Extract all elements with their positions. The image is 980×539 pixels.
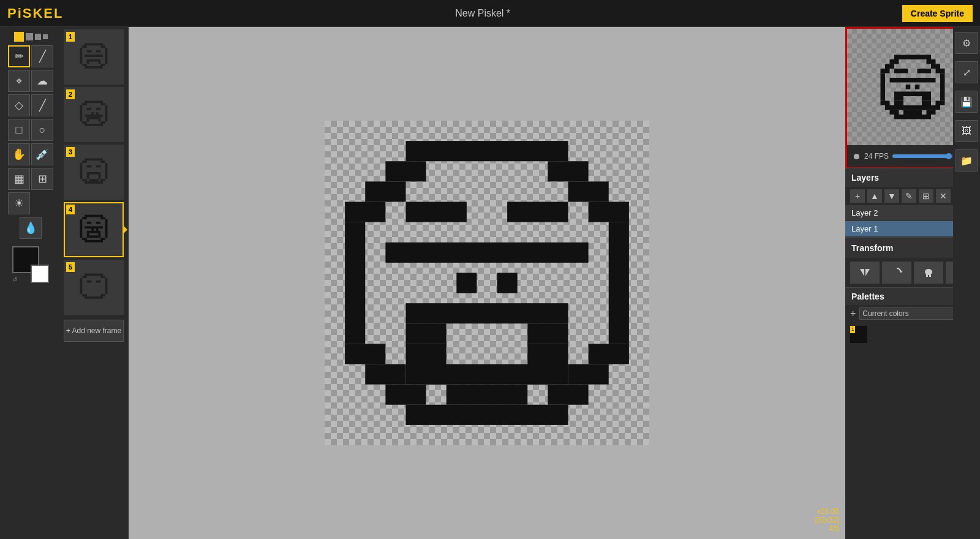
frame-item-2[interactable]: 2 — [64, 87, 124, 142]
svg-rect-77 — [589, 202, 629, 222]
ellipse-tool[interactable]: ○ — [31, 119, 53, 141]
svg-rect-117 — [890, 78, 936, 83]
svg-rect-87 — [406, 202, 467, 222]
line-tool[interactable]: ╱ — [31, 45, 53, 67]
move-layer-down-button[interactable]: ▼ — [884, 189, 899, 203]
eyedropper-tool[interactable]: 💧 — [20, 217, 42, 239]
svg-rect-43 — [89, 179, 99, 181]
svg-rect-24 — [85, 115, 103, 117]
svg-rect-72 — [385, 161, 426, 181]
canvas-wrapper — [325, 121, 649, 445]
svg-rect-90 — [456, 273, 477, 293]
flip-horizontal-button[interactable] — [850, 262, 880, 284]
pencil-tool[interactable]: ✏ — [8, 45, 30, 67]
svg-rect-100 — [890, 59, 899, 64]
lighten-tool[interactable]: ╱ — [31, 94, 53, 116]
svg-rect-14 — [85, 101, 103, 104]
svg-rect-31 — [82, 160, 87, 163]
export-button[interactable]: 🖼 — [956, 120, 978, 142]
canvas-area[interactable]: x16.05 [32x32] 4/5 — [129, 27, 845, 539]
folder-button[interactable]: 📁 — [956, 149, 978, 172]
frame-number-3: 3 — [66, 147, 75, 157]
svg-rect-108 — [881, 101, 890, 106]
fill-tool[interactable]: ▦ — [8, 168, 30, 190]
frame-item-4[interactable]: 4 — [64, 202, 124, 257]
delete-layer-button[interactable]: ✕ — [936, 189, 951, 203]
svg-rect-20 — [100, 121, 105, 124]
stroke-tool[interactable]: ☀ — [8, 192, 30, 214]
svg-rect-28 — [91, 112, 94, 115]
frame-item-3[interactable]: 3 — [64, 145, 124, 200]
svg-rect-122 — [922, 96, 931, 101]
svg-rect-104 — [881, 69, 890, 74]
svg-rect-26 — [87, 119, 89, 122]
zoom-level: x16.05 — [815, 507, 839, 516]
main-canvas[interactable] — [325, 121, 649, 445]
svg-rect-110 — [885, 105, 894, 110]
resize-button[interactable]: ⤢ — [956, 61, 978, 83]
rectangle-tool[interactable]: □ — [8, 119, 30, 141]
magic-wand-tool[interactable]: ☁ — [31, 70, 53, 92]
svg-rect-61 — [85, 274, 103, 276]
size-option-4[interactable] — [43, 34, 48, 39]
svg-rect-12 — [87, 62, 89, 64]
add-frame-button[interactable]: + Add new frame — [64, 320, 124, 342]
svg-rect-103 — [931, 64, 940, 69]
color-picker-tool[interactable]: 💉 — [31, 143, 53, 165]
move-tool[interactable]: ✋ — [8, 143, 30, 165]
frame-item-5[interactable]: 5 — [64, 260, 124, 315]
svg-rect-126 — [903, 110, 922, 115]
frame-item-1[interactable]: 1 — [64, 29, 124, 85]
size-option-3[interactable] — [35, 34, 41, 40]
svg-rect-13 — [99, 62, 101, 64]
svg-rect-2 — [100, 45, 105, 48]
flip-h-icon — [859, 266, 871, 279]
left-toolbar: ✏ ╱ ⌖ ☁ ◇ ╱ □ ○ ✋ 💉 ▦ ⊞ ☀ — [0, 27, 61, 539]
svg-rect-30 — [85, 159, 103, 161]
stamp-button[interactable] — [914, 262, 943, 284]
palette-selector[interactable]: Current colors — [859, 307, 956, 320]
svg-rect-41 — [87, 175, 89, 179]
svg-rect-111 — [931, 105, 940, 110]
document-title: New Piskel * — [455, 8, 510, 19]
size-option-1[interactable] — [14, 32, 24, 42]
lasso-tool[interactable]: ⌖ — [8, 70, 30, 92]
create-sprite-button[interactable]: Create Sprite — [902, 5, 973, 22]
save-button[interactable]: 💾 — [956, 91, 978, 113]
eraser-tool[interactable]: ◇ — [8, 94, 30, 116]
svg-rect-59 — [91, 228, 94, 231]
svg-rect-35 — [82, 179, 87, 181]
svg-rect-102 — [885, 64, 894, 69]
stamp-icon — [922, 266, 935, 279]
secondary-color-swatch[interactable] — [31, 265, 49, 283]
svg-rect-1 — [82, 45, 87, 48]
move-layer-up-button[interactable]: ▲ — [867, 189, 882, 203]
svg-rect-70 — [96, 281, 101, 283]
swap-colors-icon[interactable]: ↺ — [12, 276, 17, 283]
rename-layer-button[interactable]: ✎ — [902, 189, 916, 203]
settings-button[interactable]: ⚙ — [956, 32, 978, 54]
svg-rect-56 — [87, 233, 89, 238]
add-palette-button[interactable]: + — [850, 308, 856, 319]
transform-title: Transform — [851, 243, 893, 253]
svg-marker-128 — [865, 269, 870, 276]
frame-number-2: 2 — [66, 89, 75, 99]
palette-color-1[interactable]: 1 — [850, 326, 867, 343]
svg-rect-76 — [345, 202, 385, 222]
size-option-2[interactable] — [26, 33, 33, 40]
canvas-info: x16.05 [32x32] 4/5 — [815, 507, 839, 533]
dither-tool[interactable]: ⊞ — [31, 168, 53, 190]
svg-rect-48 — [105, 219, 108, 238]
color-number-1: 1 — [850, 326, 855, 333]
layers-title: Layers — [851, 173, 879, 183]
rotate-button[interactable] — [882, 262, 911, 284]
svg-rect-51 — [85, 240, 103, 243]
svg-rect-8 — [87, 50, 92, 53]
svg-rect-5 — [82, 64, 87, 66]
svg-rect-0 — [85, 43, 103, 46]
merge-layer-button[interactable]: ⊞ — [919, 189, 933, 203]
svg-rect-11 — [87, 59, 101, 62]
svg-rect-63 — [100, 276, 105, 278]
add-layer-button[interactable]: + — [850, 189, 865, 203]
svg-rect-67 — [100, 294, 105, 296]
